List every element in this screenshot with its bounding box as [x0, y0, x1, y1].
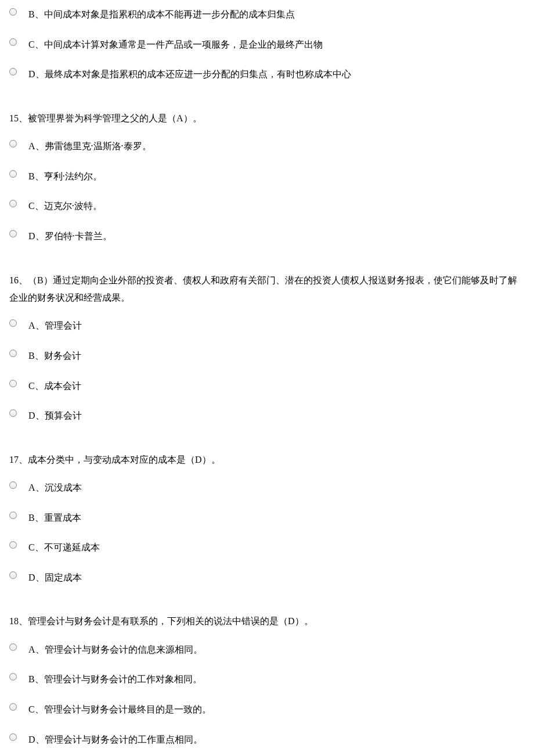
radio-icon[interactable]	[9, 68, 17, 75]
radio-icon[interactable]	[9, 409, 17, 417]
option-text: D、最终成本对象是指累积的成本还应进一步分配的归集点，有时也称成本中心	[28, 66, 351, 82]
option-text: B、中间成本对象是指累积的成本不能再进一步分配的成本归集点	[28, 6, 295, 22]
option-text: C、迈克尔·波特。	[28, 197, 102, 214]
question-stem: 16、（B）通过定期向企业外部的投资者、债权人和政府有关部门、潜在的投资人债权人…	[9, 272, 525, 307]
option-row: D、最终成本对象是指累积的成本还应进一步分配的归集点，有时也称成本中心	[9, 66, 525, 82]
question-17: 17、成本分类中，与变动成本对应的成本是（D）。 A、沉没成本 B、重置成本 C…	[9, 451, 525, 585]
radio-icon[interactable]	[9, 571, 17, 579]
option-text: D、罗伯特·卡普兰。	[28, 228, 112, 244]
radio-icon[interactable]	[9, 170, 17, 178]
option-text: B、重置成本	[28, 509, 81, 525]
radio-icon[interactable]	[9, 380, 17, 387]
question-15: 15、被管理界誉为科学管理之父的人是（A）。 A、弗雷德里克·温斯洛·泰罗。 B…	[9, 110, 525, 244]
option-text: C、不可递延成本	[28, 539, 100, 555]
option-row: C、迈克尔·波特。	[9, 197, 525, 214]
option-row: D、罗伯特·卡普兰。	[9, 228, 525, 244]
option-row: D、固定成本	[9, 569, 525, 585]
radio-icon[interactable]	[9, 350, 17, 357]
radio-icon[interactable]	[9, 319, 17, 327]
option-row: A、弗雷德里克·温斯洛·泰罗。	[9, 138, 525, 154]
radio-icon[interactable]	[9, 643, 17, 651]
option-text: B、管理会计与财务会计的工作对象相同。	[28, 671, 202, 687]
option-row: B、管理会计与财务会计的工作对象相同。	[9, 671, 525, 687]
option-text: B、财务会计	[28, 347, 81, 363]
option-text: D、预算会计	[28, 407, 82, 423]
radio-icon[interactable]	[9, 230, 17, 237]
option-row: C、管理会计与财务会计最终目的是一致的。	[9, 701, 525, 717]
radio-icon[interactable]	[9, 541, 17, 549]
option-row: D、预算会计	[9, 407, 525, 423]
radio-icon[interactable]	[9, 140, 17, 147]
option-text: C、管理会计与财务会计最终目的是一致的。	[28, 701, 211, 717]
question-stem: 15、被管理界誉为科学管理之父的人是（A）。	[9, 110, 525, 127]
option-text: D、管理会计与财务会计的工作重点相同。	[28, 731, 203, 747]
question-stem: 18、管理会计与财务会计是有联系的，下列相关的说法中错误的是（D）。	[9, 613, 525, 630]
option-text: B、亨利·法约尔。	[28, 168, 102, 184]
radio-icon[interactable]	[9, 481, 17, 489]
question-18: 18、管理会计与财务会计是有联系的，下列相关的说法中错误的是（D）。 A、管理会…	[9, 613, 525, 747]
radio-icon[interactable]	[9, 8, 17, 16]
option-text: A、管理会计	[28, 317, 82, 333]
option-row: B、中间成本对象是指累积的成本不能再进一步分配的成本归集点	[9, 6, 525, 22]
option-row: C、成本会计	[9, 377, 525, 394]
radio-icon[interactable]	[9, 703, 17, 711]
option-text: A、管理会计与财务会计的信息来源相同。	[28, 641, 203, 657]
option-row: B、财务会计	[9, 347, 525, 363]
option-text: D、固定成本	[28, 569, 82, 585]
question-14-partial: B、中间成本对象是指累积的成本不能再进一步分配的成本归集点 C、中间成本计算对象…	[9, 6, 525, 82]
radio-icon[interactable]	[9, 512, 17, 519]
radio-icon[interactable]	[9, 673, 17, 681]
question-16: 16、（B）通过定期向企业外部的投资者、债权人和政府有关部门、潜在的投资人债权人…	[9, 272, 525, 423]
radio-icon[interactable]	[9, 38, 17, 46]
option-text: C、成本会计	[28, 377, 81, 394]
option-row: C、中间成本计算对象通常是一件产品或一项服务，是企业的最终产出物	[9, 36, 525, 52]
option-row: C、不可递延成本	[9, 539, 525, 555]
option-text: A、沉没成本	[28, 479, 82, 495]
option-row: B、重置成本	[9, 509, 525, 525]
option-text: A、弗雷德里克·温斯洛·泰罗。	[28, 138, 151, 154]
option-row: A、管理会计	[9, 317, 525, 333]
option-row: B、亨利·法约尔。	[9, 168, 525, 184]
question-stem: 17、成本分类中，与变动成本对应的成本是（D）。	[9, 451, 525, 469]
option-row: A、沉没成本	[9, 479, 525, 495]
radio-icon[interactable]	[9, 733, 17, 741]
option-text: C、中间成本计算对象通常是一件产品或一项服务，是企业的最终产出物	[28, 36, 323, 52]
option-row: A、管理会计与财务会计的信息来源相同。	[9, 641, 525, 657]
option-row: D、管理会计与财务会计的工作重点相同。	[9, 731, 525, 747]
radio-icon[interactable]	[9, 200, 17, 207]
